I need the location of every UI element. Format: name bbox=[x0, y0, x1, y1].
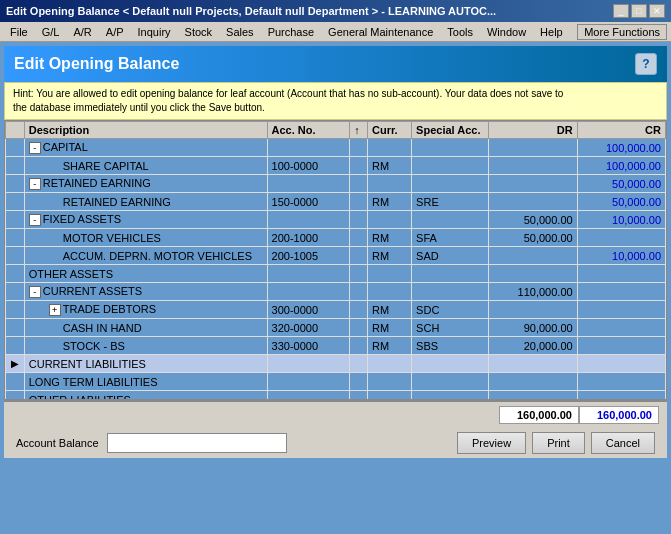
help-button[interactable]: ? bbox=[635, 53, 657, 75]
expand-icon[interactable]: + bbox=[49, 304, 61, 316]
row-cr: 50,000.00 bbox=[577, 193, 665, 211]
row-description: -CURRENT ASSETS bbox=[24, 283, 267, 301]
row-indicator bbox=[6, 319, 25, 337]
row-curr: RM bbox=[367, 229, 411, 247]
row-description-text: STOCK - BS bbox=[63, 340, 125, 352]
title-bar-text: Edit Opening Balance < Default null Proj… bbox=[6, 5, 496, 17]
row-sort bbox=[350, 391, 368, 401]
row-special-acc: SCH bbox=[412, 319, 489, 337]
row-sort bbox=[350, 337, 368, 355]
row-cr: 10,000.00 bbox=[577, 247, 665, 265]
row-curr bbox=[367, 355, 411, 373]
table-row[interactable]: STOCK - BS330-0000RMSBS20,000.00 bbox=[6, 337, 666, 355]
minimize-button[interactable]: _ bbox=[613, 4, 629, 18]
close-button[interactable]: ✕ bbox=[649, 4, 665, 18]
expand-icon[interactable]: - bbox=[29, 286, 41, 298]
row-indicator bbox=[6, 283, 25, 301]
table-row[interactable]: CASH IN HAND320-0000RMSCH90,000.00 bbox=[6, 319, 666, 337]
row-curr bbox=[367, 283, 411, 301]
menu-help[interactable]: Help bbox=[534, 25, 569, 39]
menu-window[interactable]: Window bbox=[481, 25, 532, 39]
expand-icon[interactable]: - bbox=[29, 214, 41, 226]
row-indicator bbox=[6, 211, 25, 229]
row-description-text: ACCUM. DEPRN. MOTOR VEHICLES bbox=[63, 250, 252, 262]
table-row[interactable]: -FIXED ASSETS50,000.0010,000.00 bbox=[6, 211, 666, 229]
row-dr: 90,000.00 bbox=[489, 319, 577, 337]
row-description-text: FIXED ASSETS bbox=[43, 213, 121, 225]
row-curr: RM bbox=[367, 193, 411, 211]
row-indicator bbox=[6, 337, 25, 355]
maximize-button[interactable]: □ bbox=[631, 4, 647, 18]
col-description[interactable]: Description bbox=[24, 122, 267, 139]
col-accno[interactable]: Acc. No. bbox=[267, 122, 350, 139]
table-row[interactable]: -CURRENT ASSETS110,000.00 bbox=[6, 283, 666, 301]
table-row[interactable]: -RETAINED EARNING50,000.00 bbox=[6, 175, 666, 193]
menu-general-maintenance[interactable]: General Maintenance bbox=[322, 25, 439, 39]
row-acc-no: 300-0000 bbox=[267, 301, 350, 319]
hint-text-line2: the database immediately until you click… bbox=[13, 102, 265, 113]
row-special-acc: SDC bbox=[412, 301, 489, 319]
row-dr bbox=[489, 193, 577, 211]
table-row[interactable]: MOTOR VEHICLES200-1000RMSFA50,000.00 bbox=[6, 229, 666, 247]
menu-file[interactable]: File bbox=[4, 25, 34, 39]
print-button[interactable]: Print bbox=[532, 432, 585, 454]
expand-icon[interactable]: - bbox=[29, 178, 41, 190]
row-special-acc bbox=[412, 211, 489, 229]
row-acc-no bbox=[267, 283, 350, 301]
form-title: Edit Opening Balance bbox=[14, 55, 179, 73]
table-row[interactable]: LONG TERM LIABILITIES bbox=[6, 373, 666, 391]
total-dr: 160,000.00 bbox=[499, 406, 579, 424]
table-row[interactable]: -CAPITAL100,000.00 bbox=[6, 139, 666, 157]
account-balance-input[interactable] bbox=[107, 433, 287, 453]
table-row[interactable]: OTHER LIABILITIES bbox=[6, 391, 666, 401]
row-indicator: ▶ bbox=[6, 355, 25, 373]
row-dr bbox=[489, 301, 577, 319]
row-acc-no: 200-1000 bbox=[267, 229, 350, 247]
menu-sales[interactable]: Sales bbox=[220, 25, 260, 39]
table-row[interactable]: SHARE CAPITAL100-0000RM100,000.00 bbox=[6, 157, 666, 175]
row-special-acc bbox=[412, 175, 489, 193]
more-functions-button[interactable]: More Functions bbox=[577, 24, 667, 40]
menu-ap[interactable]: A/P bbox=[100, 25, 130, 39]
table-row[interactable]: ▶CURRENT LIABILITIES bbox=[6, 355, 666, 373]
row-description-text: OTHER ASSETS bbox=[29, 268, 113, 280]
row-sort bbox=[350, 319, 368, 337]
row-cr bbox=[577, 283, 665, 301]
row-sort bbox=[350, 247, 368, 265]
row-description: -CAPITAL bbox=[24, 139, 267, 157]
row-indicator bbox=[6, 229, 25, 247]
menu-inquiry[interactable]: Inquiry bbox=[132, 25, 177, 39]
row-cr bbox=[577, 301, 665, 319]
cancel-button[interactable]: Cancel bbox=[591, 432, 655, 454]
menu-purchase[interactable]: Purchase bbox=[262, 25, 320, 39]
row-description: CASH IN HAND bbox=[24, 319, 267, 337]
row-cr bbox=[577, 265, 665, 283]
col-indicator bbox=[6, 122, 25, 139]
row-indicator bbox=[6, 247, 25, 265]
menu-stock[interactable]: Stock bbox=[179, 25, 219, 39]
row-special-acc bbox=[412, 373, 489, 391]
menu-ar[interactable]: A/R bbox=[67, 25, 97, 39]
row-sort bbox=[350, 229, 368, 247]
menu-gl[interactable]: G/L bbox=[36, 25, 66, 39]
row-dr: 50,000.00 bbox=[489, 211, 577, 229]
row-acc-no: 100-0000 bbox=[267, 157, 350, 175]
row-dr bbox=[489, 247, 577, 265]
row-sort bbox=[350, 373, 368, 391]
footer-area: 160,000.00 160,000.00 Account Balance Pr… bbox=[4, 400, 667, 458]
menu-tools[interactable]: Tools bbox=[441, 25, 479, 39]
row-curr bbox=[367, 391, 411, 401]
row-special-acc bbox=[412, 157, 489, 175]
table-row[interactable]: RETAINED EARNING150-0000RMSRE50,000.00 bbox=[6, 193, 666, 211]
expand-icon[interactable]: - bbox=[29, 142, 41, 154]
row-sort bbox=[350, 283, 368, 301]
preview-button[interactable]: Preview bbox=[457, 432, 526, 454]
title-bar: Edit Opening Balance < Default null Proj… bbox=[0, 0, 671, 22]
table-row[interactable]: ACCUM. DEPRN. MOTOR VEHICLES200-1005RMSA… bbox=[6, 247, 666, 265]
table-row[interactable]: +TRADE DEBTORS300-0000RMSDC bbox=[6, 301, 666, 319]
col-sort[interactable]: ↑ bbox=[350, 122, 368, 139]
row-acc-no: 200-1005 bbox=[267, 247, 350, 265]
data-table-wrapper[interactable]: Description Acc. No. ↑ Curr. Special Acc… bbox=[4, 120, 667, 400]
row-description-text: CAPITAL bbox=[43, 141, 88, 153]
table-row[interactable]: OTHER ASSETS bbox=[6, 265, 666, 283]
